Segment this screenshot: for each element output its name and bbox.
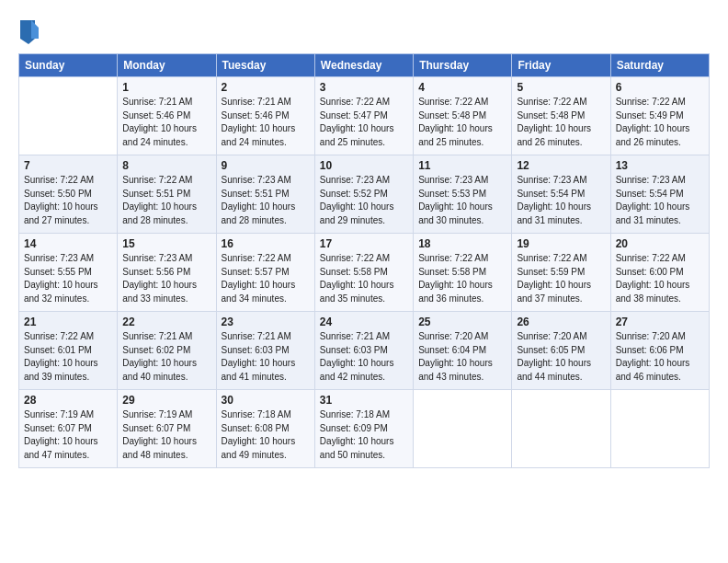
- day-info: Sunrise: 7:20 AM Sunset: 6:04 PM Dayligh…: [418, 330, 506, 384]
- week-row-2: 7Sunrise: 7:22 AM Sunset: 5:50 PM Daylig…: [19, 155, 710, 234]
- day-number: 6: [616, 81, 704, 94]
- calendar-cell: 10Sunrise: 7:23 AM Sunset: 5:52 PM Dayli…: [314, 155, 413, 234]
- day-number: 18: [418, 237, 506, 250]
- day-number: 26: [517, 316, 605, 328]
- header-day-tuesday: Tuesday: [216, 54, 314, 77]
- calendar-cell: 2Sunrise: 7:21 AM Sunset: 5:46 PM Daylig…: [216, 77, 314, 155]
- day-number: 30: [222, 394, 310, 407]
- day-info: Sunrise: 7:20 AM Sunset: 6:06 PM Dayligh…: [616, 330, 704, 384]
- calendar-cell: 18Sunrise: 7:22 AM Sunset: 5:58 PM Dayli…: [414, 234, 512, 312]
- day-number: 27: [616, 316, 704, 328]
- day-number: 31: [320, 394, 408, 407]
- calendar-cell: 11Sunrise: 7:23 AM Sunset: 5:53 PM Dayli…: [414, 155, 512, 234]
- day-number: 28: [24, 394, 112, 407]
- day-number: 2: [222, 81, 310, 94]
- header: [18, 18, 710, 46]
- day-info: Sunrise: 7:18 AM Sunset: 6:08 PM Dayligh…: [222, 408, 310, 462]
- calendar-cell: 24Sunrise: 7:21 AM Sunset: 6:03 PM Dayli…: [314, 312, 413, 390]
- day-number: 1: [122, 81, 210, 94]
- day-info: Sunrise: 7:23 AM Sunset: 5:53 PM Dayligh…: [418, 174, 506, 227]
- day-info: Sunrise: 7:19 AM Sunset: 6:07 PM Dayligh…: [122, 408, 210, 462]
- calendar-cell: 19Sunrise: 7:22 AM Sunset: 5:59 PM Dayli…: [512, 234, 610, 312]
- day-number: 16: [222, 237, 310, 250]
- day-info: Sunrise: 7:22 AM Sunset: 5:47 PM Dayligh…: [320, 96, 408, 149]
- calendar-cell: 12Sunrise: 7:23 AM Sunset: 5:54 PM Dayli…: [512, 155, 610, 234]
- calendar-cell: 3Sunrise: 7:22 AM Sunset: 5:47 PM Daylig…: [314, 77, 413, 155]
- day-number: 17: [320, 237, 408, 250]
- day-info: Sunrise: 7:22 AM Sunset: 5:48 PM Dayligh…: [517, 96, 605, 149]
- day-info: Sunrise: 7:22 AM Sunset: 5:51 PM Dayligh…: [122, 174, 210, 227]
- day-number: 22: [122, 316, 210, 328]
- calendar-cell: 8Sunrise: 7:22 AM Sunset: 5:51 PM Daylig…: [118, 155, 216, 234]
- calendar-cell: 15Sunrise: 7:23 AM Sunset: 5:56 PM Dayli…: [118, 234, 216, 312]
- day-info: Sunrise: 7:22 AM Sunset: 5:48 PM Dayligh…: [418, 96, 506, 149]
- day-number: 3: [320, 81, 408, 94]
- day-info: Sunrise: 7:22 AM Sunset: 5:59 PM Dayligh…: [517, 252, 605, 305]
- day-number: 20: [616, 237, 704, 250]
- day-number: 9: [222, 159, 310, 172]
- day-info: Sunrise: 7:23 AM Sunset: 5:52 PM Dayligh…: [320, 174, 408, 227]
- calendar-cell: 31Sunrise: 7:18 AM Sunset: 6:09 PM Dayli…: [314, 390, 413, 468]
- day-info: Sunrise: 7:22 AM Sunset: 6:00 PM Dayligh…: [616, 252, 704, 305]
- day-number: 5: [517, 81, 605, 94]
- week-row-5: 28Sunrise: 7:19 AM Sunset: 6:07 PM Dayli…: [19, 390, 710, 468]
- calendar-cell: 25Sunrise: 7:20 AM Sunset: 6:04 PM Dayli…: [414, 312, 512, 390]
- day-info: Sunrise: 7:22 AM Sunset: 5:57 PM Dayligh…: [222, 252, 310, 305]
- calendar-cell: 17Sunrise: 7:22 AM Sunset: 5:58 PM Dayli…: [314, 234, 413, 312]
- calendar-cell: 21Sunrise: 7:22 AM Sunset: 6:01 PM Dayli…: [19, 312, 118, 390]
- calendar-cell: 29Sunrise: 7:19 AM Sunset: 6:07 PM Dayli…: [118, 390, 216, 468]
- calendar-header-row: SundayMondayTuesdayWednesdayThursdayFrid…: [19, 54, 710, 77]
- day-info: Sunrise: 7:22 AM Sunset: 5:50 PM Dayligh…: [24, 174, 112, 227]
- header-day-friday: Friday: [512, 54, 610, 77]
- day-info: Sunrise: 7:21 AM Sunset: 6:02 PM Dayligh…: [122, 330, 210, 384]
- day-info: Sunrise: 7:22 AM Sunset: 5:49 PM Dayligh…: [616, 96, 704, 149]
- day-number: 19: [517, 237, 605, 250]
- day-info: Sunrise: 7:21 AM Sunset: 5:46 PM Dayligh…: [122, 96, 210, 149]
- calendar-cell: 9Sunrise: 7:23 AM Sunset: 5:51 PM Daylig…: [216, 155, 314, 234]
- day-number: 21: [24, 316, 112, 328]
- calendar-cell: 27Sunrise: 7:20 AM Sunset: 6:06 PM Dayli…: [610, 312, 709, 390]
- calendar-cell: 23Sunrise: 7:21 AM Sunset: 6:03 PM Dayli…: [216, 312, 314, 390]
- day-info: Sunrise: 7:22 AM Sunset: 5:58 PM Dayligh…: [418, 252, 506, 305]
- page: SundayMondayTuesdayWednesdayThursdayFrid…: [0, 0, 728, 477]
- week-row-4: 21Sunrise: 7:22 AM Sunset: 6:01 PM Dayli…: [19, 312, 710, 390]
- day-number: 7: [24, 159, 112, 172]
- calendar-cell: 20Sunrise: 7:22 AM Sunset: 6:00 PM Dayli…: [610, 234, 709, 312]
- header-day-wednesday: Wednesday: [314, 54, 413, 77]
- calendar-cell: 5Sunrise: 7:22 AM Sunset: 5:48 PM Daylig…: [512, 77, 610, 155]
- calendar-cell: 30Sunrise: 7:18 AM Sunset: 6:08 PM Dayli…: [216, 390, 314, 468]
- day-info: Sunrise: 7:21 AM Sunset: 6:03 PM Dayligh…: [320, 330, 408, 384]
- day-number: 12: [517, 159, 605, 172]
- logo: [18, 18, 39, 46]
- calendar-cell: 6Sunrise: 7:22 AM Sunset: 5:49 PM Daylig…: [610, 77, 709, 155]
- day-number: 23: [222, 316, 310, 328]
- day-number: 29: [122, 394, 210, 407]
- calendar-cell: [610, 390, 709, 468]
- day-info: Sunrise: 7:22 AM Sunset: 5:58 PM Dayligh…: [320, 252, 408, 305]
- logo-icon: [18, 18, 39, 46]
- day-info: Sunrise: 7:23 AM Sunset: 5:54 PM Dayligh…: [616, 174, 704, 227]
- day-info: Sunrise: 7:23 AM Sunset: 5:54 PM Dayligh…: [517, 174, 605, 227]
- day-number: 8: [122, 159, 210, 172]
- calendar-cell: [414, 390, 512, 468]
- day-info: Sunrise: 7:23 AM Sunset: 5:56 PM Dayligh…: [122, 252, 210, 305]
- calendar-cell: 14Sunrise: 7:23 AM Sunset: 5:55 PM Dayli…: [19, 234, 118, 312]
- day-info: Sunrise: 7:19 AM Sunset: 6:07 PM Dayligh…: [24, 408, 112, 462]
- calendar-cell: 26Sunrise: 7:20 AM Sunset: 6:05 PM Dayli…: [512, 312, 610, 390]
- calendar-cell: 13Sunrise: 7:23 AM Sunset: 5:54 PM Dayli…: [610, 155, 709, 234]
- day-info: Sunrise: 7:21 AM Sunset: 6:03 PM Dayligh…: [222, 330, 310, 384]
- calendar-cell: [512, 390, 610, 468]
- calendar-cell: [19, 77, 118, 155]
- day-info: Sunrise: 7:22 AM Sunset: 6:01 PM Dayligh…: [24, 330, 112, 384]
- calendar-cell: 7Sunrise: 7:22 AM Sunset: 5:50 PM Daylig…: [19, 155, 118, 234]
- header-day-saturday: Saturday: [610, 54, 709, 77]
- calendar-cell: 1Sunrise: 7:21 AM Sunset: 5:46 PM Daylig…: [118, 77, 216, 155]
- day-number: 25: [418, 316, 506, 328]
- header-day-monday: Monday: [118, 54, 216, 77]
- day-number: 14: [24, 237, 112, 250]
- day-number: 15: [122, 237, 210, 250]
- calendar-cell: 16Sunrise: 7:22 AM Sunset: 5:57 PM Dayli…: [216, 234, 314, 312]
- calendar-table: SundayMondayTuesdayWednesdayThursdayFrid…: [18, 53, 710, 468]
- header-day-thursday: Thursday: [414, 54, 512, 77]
- header-day-sunday: Sunday: [19, 54, 118, 77]
